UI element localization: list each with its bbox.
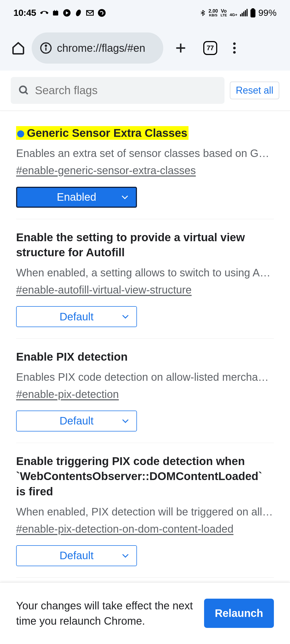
chevron-down-icon — [122, 314, 129, 319]
flag-anchor-link[interactable]: #enable-pix-detection — [16, 388, 119, 400]
status-bar-right: 2.00 KB/S Vo LTE 4G+ 99% — [200, 8, 277, 18]
calendar-icon — [52, 9, 59, 16]
svg-rect-0 — [53, 11, 59, 15]
svg-rect-2 — [57, 10, 57, 11]
flag-state-dropdown[interactable]: Default — [16, 306, 137, 327]
flag-item: Enable the setting to provide a virtual … — [16, 219, 274, 339]
flag-state-dropdown[interactable]: Default — [16, 545, 137, 566]
missed-call-icon — [40, 9, 48, 17]
search-row: Reset all — [0, 71, 290, 111]
flag-description: Enables PIX code detection on allow-list… — [16, 369, 274, 385]
modified-dot-icon — [17, 130, 24, 137]
flag-item: Enable PIX detectionEnables PIX code det… — [16, 339, 274, 443]
flag-state-label: Default — [60, 311, 94, 323]
flag-title: Enable the setting to provide a virtual … — [16, 231, 245, 259]
svg-rect-9 — [252, 10, 254, 16]
svg-point-16 — [233, 47, 236, 49]
volte-indicator: Vo LTE — [221, 9, 227, 17]
svg-line-19 — [25, 92, 28, 94]
flag-anchor-link[interactable]: #enable-generic-sensor-extra-classes — [16, 164, 196, 177]
lte-label: LTE — [221, 13, 227, 17]
signal-bars-icon — [240, 9, 248, 16]
swirl-icon — [98, 9, 106, 17]
relaunch-button[interactable]: Relaunch — [204, 599, 274, 628]
flag-item: Generic Sensor Extra ClassesEnables an e… — [16, 111, 274, 219]
flag-anchor-link[interactable]: #enable-autofill-virtual-view-structure — [16, 284, 192, 296]
svg-point-4 — [75, 9, 82, 17]
status-bar-left: 10:45 — [13, 8, 106, 18]
gmail-icon — [86, 9, 94, 17]
chevron-down-icon — [122, 419, 129, 423]
volte-label: Vo — [221, 9, 227, 13]
leaf-icon — [75, 9, 82, 17]
home-button[interactable] — [10, 41, 26, 55]
page-content: Reset all Generic Sensor Extra ClassesEn… — [0, 71, 290, 644]
svg-point-15 — [233, 42, 236, 45]
flag-state-label: Default — [60, 550, 94, 562]
flag-item: Enable triggering PIX code detection whe… — [16, 443, 274, 578]
flag-title: Enable triggering PIX code detection whe… — [16, 455, 262, 498]
network-speed-value: 2.00 — [209, 9, 218, 13]
new-tab-button[interactable] — [169, 41, 193, 55]
svg-point-17 — [233, 51, 236, 54]
info-icon — [40, 42, 52, 54]
flag-title: Generic Sensor Extra Classes — [16, 126, 189, 140]
svg-rect-1 — [54, 10, 55, 11]
chevron-down-icon — [122, 554, 129, 558]
status-icons-left — [40, 9, 106, 17]
flag-title-row: Enable triggering PIX code detection whe… — [16, 454, 274, 499]
search-flags-input[interactable] — [35, 84, 217, 97]
tab-switcher-button[interactable]: 77 — [198, 41, 222, 55]
search-flags-box[interactable] — [11, 77, 224, 104]
flag-description: When enabled, a setting allows to switch… — [16, 265, 274, 280]
tab-count-badge: 77 — [203, 41, 217, 55]
svg-point-6 — [99, 9, 105, 16]
reset-all-button[interactable]: Reset all — [230, 82, 279, 99]
svg-rect-8 — [252, 8, 254, 10]
url-text: chrome://flags/#en — [57, 42, 145, 54]
flag-title-row: Generic Sensor Extra Classes — [16, 126, 274, 141]
network-speed: 2.00 KB/S — [209, 9, 218, 17]
signal-type: 4G+ — [230, 12, 237, 17]
flag-anchor-link[interactable]: #enable-pix-detection-on-dom-content-loa… — [16, 523, 233, 535]
flag-state-label: Default — [60, 415, 94, 427]
flag-title: Enable PIX detection — [16, 350, 128, 363]
relaunch-bar: Your changes will take effect the next t… — [0, 582, 290, 644]
flag-state-dropdown[interactable]: Default — [16, 411, 137, 431]
relaunch-message: Your changes will take effect the next t… — [16, 598, 193, 629]
flag-description: Enables an extra set of sensor classes b… — [16, 146, 274, 161]
status-time: 10:45 — [13, 8, 36, 18]
flag-title-row: Enable PIX detection — [16, 349, 274, 365]
battery-percent: 99% — [258, 8, 277, 18]
flag-title-row: Enable the setting to provide a virtual … — [16, 230, 274, 260]
flag-description: When enabled, PIX detection will be trig… — [16, 504, 274, 519]
bluetooth-icon — [200, 8, 206, 17]
url-bar[interactable]: chrome://flags/#en — [32, 32, 163, 64]
flag-state-label: Enabled — [57, 191, 96, 203]
play-icon — [63, 9, 71, 17]
svg-point-18 — [20, 86, 26, 93]
browser-toolbar: chrome://flags/#en 77 — [0, 25, 290, 71]
network-speed-unit: KB/S — [209, 13, 218, 17]
chevron-down-icon — [121, 195, 128, 199]
search-icon — [18, 85, 30, 96]
flag-state-dropdown[interactable]: Enabled — [16, 187, 137, 208]
flags-list: Generic Sensor Extra ClassesEnables an e… — [0, 111, 290, 578]
menu-button[interactable] — [228, 42, 241, 54]
svg-point-12 — [45, 45, 47, 46]
status-bar: 10:45 2.00 K — [0, 0, 290, 25]
battery-icon — [250, 8, 256, 17]
